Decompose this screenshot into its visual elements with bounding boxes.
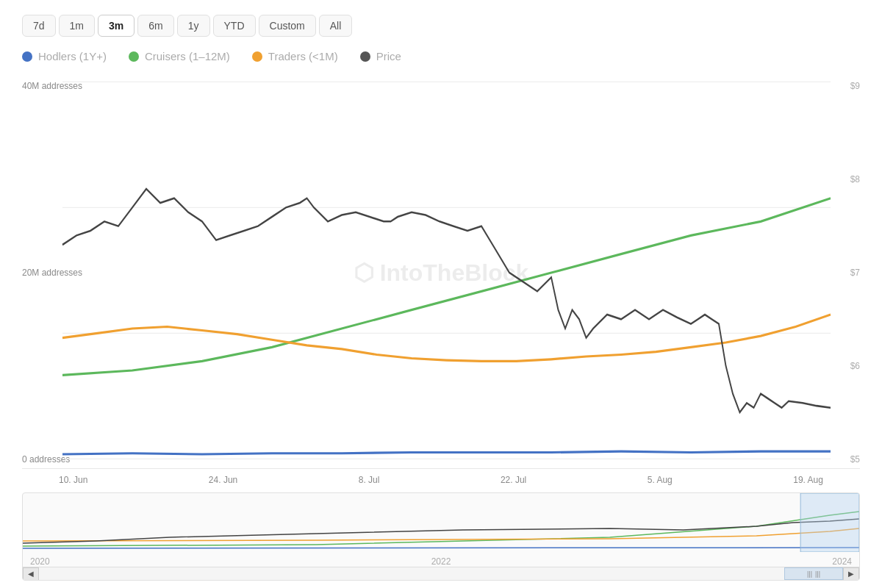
navigator-labels: 202020222024 xyxy=(23,556,859,567)
scroll-grip-left: ||| xyxy=(807,570,812,578)
legend-label-cruisers: Cruisers (1–12M) xyxy=(145,50,230,62)
time-filter-1y[interactable]: 1y xyxy=(177,15,210,37)
legend-label-price: Price xyxy=(376,50,401,62)
time-filter-7d[interactable]: 7d xyxy=(22,15,56,37)
legend-item-traders: Traders (<1M) xyxy=(252,50,338,62)
legend-item-price: Price xyxy=(360,50,401,62)
navigator[interactable]: 202020222024 ◀ ||| ||| ▶ xyxy=(22,492,860,581)
chart-legend: Hodlers (1Y+)Cruisers (1–12M)Traders (<1… xyxy=(22,50,860,62)
x-label: 22. Jul xyxy=(501,475,526,485)
main-container: 7d1m3m6m1yYTDCustomAll Hodlers (1Y+)Crui… xyxy=(0,0,882,588)
y-right-label-1: $9 xyxy=(850,81,860,91)
legend-dot-traders xyxy=(252,51,262,62)
hodlers-line xyxy=(62,451,831,454)
time-filter-6m[interactable]: 6m xyxy=(137,15,173,37)
x-label: 8. Jul xyxy=(359,475,380,485)
scroll-left-button[interactable]: ◀ xyxy=(23,567,39,581)
nav-year-label: 2020 xyxy=(30,556,50,567)
legend-label-hodlers: Hodlers (1Y+) xyxy=(38,50,107,62)
y-right-label-3: $7 xyxy=(850,268,860,278)
svg-rect-4 xyxy=(800,493,859,552)
x-label: 19. Aug xyxy=(793,475,823,485)
scroll-right-button[interactable]: ▶ xyxy=(843,567,859,581)
legend-item-cruisers: Cruisers (1–12M) xyxy=(129,50,230,62)
navigator-svg xyxy=(23,493,859,552)
chart-svg xyxy=(62,77,831,468)
scrollbar[interactable]: ◀ ||| ||| ▶ xyxy=(23,567,859,580)
time-filter-all[interactable]: All xyxy=(319,15,353,37)
y-axis-right: $9 $8 $7 $6 $5 xyxy=(850,77,860,468)
main-chart: ⬡ IntoTheBlock 40M addresses 20M address… xyxy=(22,77,860,469)
x-axis: 10. Jun24. Jun8. Jul22. Jul5. Aug19. Aug xyxy=(22,469,860,485)
scroll-thumb[interactable]: ||| ||| xyxy=(784,567,843,580)
y-right-label-2: $8 xyxy=(850,174,860,184)
time-filter-1m[interactable]: 1m xyxy=(59,15,95,37)
x-label: 5. Aug xyxy=(648,475,673,485)
legend-dot-price xyxy=(360,51,370,62)
legend-dot-cruisers xyxy=(129,51,139,62)
legend-label-traders: Traders (<1M) xyxy=(268,50,338,62)
y-right-label-5: $5 xyxy=(850,454,860,465)
time-filter-custom[interactable]: Custom xyxy=(259,15,316,37)
nav-year-label: 2022 xyxy=(431,556,451,567)
legend-dot-hodlers xyxy=(22,51,32,62)
nav-year-label: 2024 xyxy=(832,556,852,567)
time-filter-bar: 7d1m3m6m1yYTDCustomAll xyxy=(22,15,860,37)
x-label: 10. Jun xyxy=(59,475,87,485)
time-filter-3m[interactable]: 3m xyxy=(98,15,135,37)
legend-item-hodlers: Hodlers (1Y+) xyxy=(22,50,107,62)
y-right-label-4: $6 xyxy=(850,361,860,371)
scroll-grip-right: ||| xyxy=(815,570,820,578)
scroll-track: ||| ||| xyxy=(39,567,843,580)
x-label: 24. Jun xyxy=(209,475,237,485)
time-filter-ytd[interactable]: YTD xyxy=(213,15,256,37)
chart-wrapper: ⬡ IntoTheBlock 40M addresses 20M address… xyxy=(22,77,860,581)
